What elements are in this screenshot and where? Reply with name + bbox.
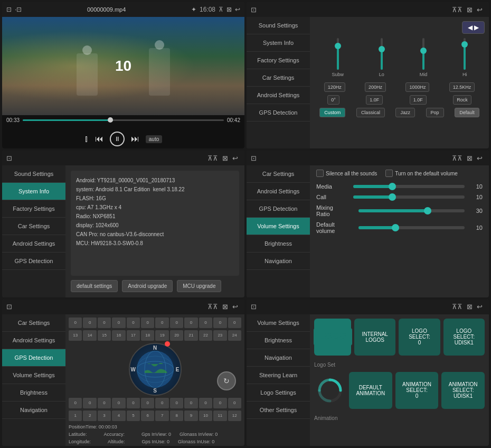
sidebar-item-android[interactable]: Android Settings [247, 87, 310, 104]
preset-custom[interactable]: Custom [319, 108, 345, 117]
sidebar-item-car-vol[interactable]: Car Settings [247, 165, 310, 183]
home-icon[interactable]: ⊡ [251, 6, 257, 14]
sidebar-item-sound[interactable]: Sound Settings [2, 165, 65, 183]
home-icon[interactable]: ⊡ [6, 6, 12, 13]
logo-select-0-button[interactable]: LOGO SELECT:0 [399, 319, 440, 356]
sidebar-item-gps-vol[interactable]: GPS Detection [247, 200, 310, 218]
sidebar-item-android-gps[interactable]: Android Settings [2, 332, 65, 349]
play-pause-button[interactable]: ⏸ [110, 132, 125, 146]
freq-200hz[interactable]: 200Hz [365, 82, 386, 92]
window-icon[interactable]: ⊠ [465, 154, 475, 162]
sidebar-item-sysinfo[interactable]: System Info [2, 183, 65, 200]
val-0deg[interactable]: 0° [327, 95, 339, 105]
default-vol-checkbox[interactable]: Turn on the default volume [385, 170, 458, 177]
sidebar-item-car[interactable]: Car Settings [247, 69, 310, 87]
sidebar-item-brightness-gps[interactable]: Brightness [2, 384, 65, 402]
sidebar-item-steering[interactable]: Steering Learn [247, 367, 310, 384]
android-upgrade-button[interactable]: Android upgrade [122, 280, 173, 292]
sidebar-item-car-gps[interactable]: Car Settings [2, 314, 65, 332]
preset-jazz[interactable]: Jazz [395, 108, 415, 117]
home-icon[interactable]: ⊡ [251, 303, 257, 311]
logo-select-udisk1-button[interactable]: LOGO SELECT:UDISK1 [443, 319, 485, 356]
sidebar-item-brightness-vol[interactable]: Brightness [247, 235, 310, 253]
mcu-upgrade-button[interactable]: MCU upgrade [177, 280, 221, 292]
home-icon[interactable]: ⊡ [6, 303, 12, 311]
animation-select-udisk1-button[interactable]: ANIMATIONSELECT:UDISK1 [441, 372, 485, 409]
default-animation-button[interactable]: DEFAULTANIMATION [349, 372, 392, 409]
sidebar-item-vol-logo[interactable]: Volume Settings [247, 314, 310, 332]
sidebar-item-gps-det[interactable]: GPS Detection [2, 349, 65, 367]
sidebar-item-gps[interactable]: GPS Detection [247, 104, 310, 122]
sidebar-item-gps-s3[interactable]: GPS Detection [2, 253, 65, 270]
lo-track[interactable] [381, 38, 383, 70]
preset-classical[interactable]: Classical [356, 108, 385, 117]
media-slider[interactable] [353, 185, 465, 188]
val-1f-1[interactable]: 1.0F [366, 95, 383, 105]
animation-select-0-button[interactable]: ANIMATIONSELECT:0 [395, 372, 439, 409]
window-icon[interactable]: ⊠ [226, 6, 232, 13]
equalizer-icon[interactable]: ⫿ [84, 134, 89, 144]
sidebar-item-brightness-logo[interactable]: Brightness [247, 332, 310, 349]
freq-1000hz[interactable]: 1000Hz [405, 82, 429, 92]
home-icon[interactable]: ⊡ [6, 154, 12, 162]
default-button[interactable]: Default [455, 108, 479, 117]
sidebar-item-factory-s3[interactable]: Factory Settings [2, 200, 65, 218]
mixing-slider[interactable] [358, 209, 465, 212]
video-screen[interactable]: 10 [2, 17, 244, 115]
prev-button[interactable]: ⏮ [95, 134, 103, 144]
sound-layout: Sound Settings System Info Factory Setti… [247, 17, 489, 148]
gps-cell-22: 22 [199, 330, 212, 341]
mid-track[interactable] [422, 38, 424, 70]
back-icon[interactable]: ↩ [475, 303, 485, 311]
hi-track[interactable] [464, 38, 466, 70]
sidebar-item-android-vol[interactable]: Android Settings [247, 183, 310, 200]
back-icon[interactable]: ↩ [475, 6, 485, 14]
back-icon[interactable]: ↩ [235, 6, 240, 13]
sidebar-item-logo-settings[interactable]: Logo Settings [247, 384, 310, 402]
silence-checkbox[interactable]: Silence all the sounds [316, 170, 377, 177]
eq-mode-button[interactable]: ◀ ▶ [462, 21, 485, 34]
sidebar-item-vol-gps[interactable]: Volume Settings [2, 367, 65, 384]
silence-checkbox-box[interactable] [316, 170, 324, 177]
default-vol-slider[interactable] [358, 226, 465, 229]
back-icon[interactable]: ↩ [475, 154, 485, 162]
back-icon[interactable]: ↩ [230, 154, 240, 162]
up-icon[interactable]: ⊼⊼ [450, 303, 465, 311]
next-button[interactable]: ⏭ [131, 134, 139, 144]
sidebar-item-nav-logo[interactable]: Navigation [247, 349, 310, 367]
freq-120hz[interactable]: 120Hz [324, 82, 345, 92]
default-vol-checkbox-box[interactable] [385, 170, 393, 177]
sidebar-item-factory[interactable]: Factory Settings [247, 52, 310, 69]
up-icon[interactable]: ⊼⊼ [205, 154, 220, 162]
sidebar-item-other[interactable]: Other Settings [247, 402, 310, 419]
subw-track[interactable] [337, 38, 339, 70]
timeline-bar[interactable] [23, 119, 224, 121]
default-settings-button[interactable]: default settings [71, 280, 118, 292]
up-icon[interactable]: ⊼⊼ [450, 154, 465, 162]
val-rock[interactable]: Rock [453, 95, 471, 105]
sidebar-item-volume[interactable]: Volume Settings [247, 218, 310, 235]
bluetooth-icon: ✦ [191, 6, 196, 13]
up-icon[interactable]: ⊼⊼ [205, 303, 220, 311]
sidebar-item-nav-gps[interactable]: Navigation [2, 402, 65, 419]
window-icon[interactable]: ⊠ [465, 6, 475, 14]
val-1f-2[interactable]: 1.0F [410, 95, 427, 105]
back-icon[interactable]: ↩ [230, 303, 240, 311]
home-icon[interactable]: ⊡ [251, 154, 257, 162]
sidebar-item-android-s3[interactable]: Android Settings [2, 235, 65, 253]
sidebar-item-nav-vol[interactable]: Navigation [247, 253, 310, 270]
window-icon[interactable]: ⊠ [220, 154, 230, 162]
sidebar-item-sound-settings[interactable]: Sound Settings [247, 17, 310, 34]
freq-125khz[interactable]: 12.5KHz [449, 82, 475, 92]
sidebar-item-car-s3[interactable]: Car Settings [2, 218, 65, 235]
internal-logos-button[interactable]: INTERNAL LOGOS [354, 319, 395, 356]
gps-refresh-button[interactable]: ↻ [217, 371, 236, 390]
call-slider[interactable] [353, 195, 465, 199]
window-icon[interactable]: ⊠ [220, 303, 230, 311]
window-icon[interactable]: ⊠ [465, 303, 475, 311]
preset-pop[interactable]: Pop [426, 108, 444, 117]
up-icon[interactable]: ⊼⊼ [450, 6, 465, 14]
menu-icon[interactable]: ·⊡ [15, 6, 22, 13]
sidebar-item-system-info[interactable]: System Info [247, 34, 310, 52]
gps-top-bar: ⊡ ⊼⊼ ⊠ ↩ [2, 300, 244, 314]
